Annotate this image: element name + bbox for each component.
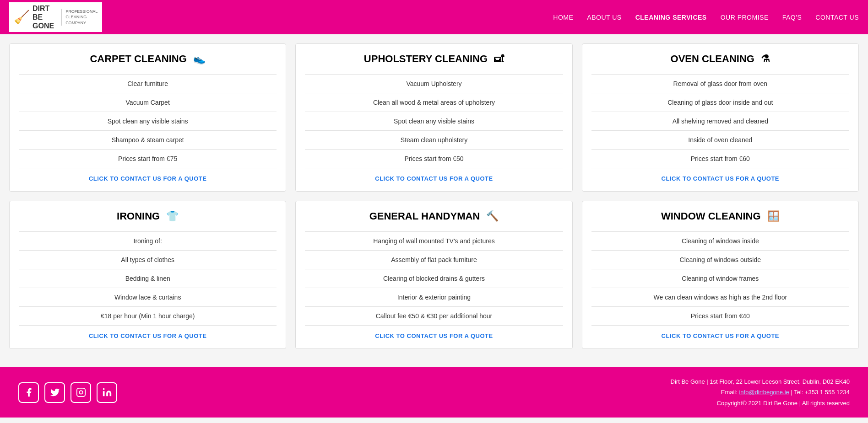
nav-contact-us[interactable]: CONTACT US bbox=[815, 14, 859, 21]
list-item: Cleaning of glass door inside and out bbox=[591, 93, 849, 112]
card-ironing: IRONING 👕 Ironing of: All types of cloth… bbox=[9, 201, 286, 349]
general-handyman-items: Hanging of wall mounted TV's and picture… bbox=[305, 231, 563, 326]
oven-icon: ⚗ bbox=[761, 53, 770, 64]
nav-our-promise[interactable]: OUR PROMISE bbox=[721, 14, 769, 21]
footer: Dirt Be Gone | 1st Floor, 22 Lower Leeso… bbox=[0, 367, 868, 418]
list-item: Cleaning of window frames bbox=[591, 269, 849, 288]
list-item: Callout fee €50 & €30 per additional hou… bbox=[305, 307, 563, 326]
card-oven-cleaning: OVEN CLEANING ⚗ Removal of glass door fr… bbox=[582, 43, 859, 192]
list-item: €18 per hour (Min 1 hour charge) bbox=[19, 307, 277, 326]
instagram-icon[interactable] bbox=[71, 382, 91, 403]
footer-email[interactable]: info@dirtbegone.ie bbox=[739, 389, 789, 396]
social-links bbox=[18, 382, 117, 403]
list-item: Removal of glass door from oven bbox=[591, 74, 849, 93]
window-icon: 🪟 bbox=[767, 210, 780, 222]
ironing-items: Ironing of: All types of clothes Bedding… bbox=[19, 231, 277, 326]
logo-text-line2: BE bbox=[33, 13, 43, 21]
handyman-icon: 🔨 bbox=[486, 210, 499, 222]
list-item: Spot clean any visible stains bbox=[305, 112, 563, 131]
upholstery-cleaning-cta[interactable]: CLICK TO CONTACT US FOR A QUOTE bbox=[305, 175, 563, 182]
list-item: Clean all wood & metal areas of upholste… bbox=[305, 93, 563, 112]
logo-text-line3: GONE bbox=[33, 21, 54, 30]
list-item: Inside of oven cleaned bbox=[591, 131, 849, 150]
carpet-icon: 👟 bbox=[193, 53, 206, 64]
ironing-icon: 👕 bbox=[166, 210, 179, 222]
header: 🧹 DIRT BE GONE PROFESSIONAL CLEANING COM… bbox=[0, 0, 868, 34]
logo-subtitle-line1: PROFESSIONAL bbox=[65, 9, 98, 15]
list-item: Bedding & linen bbox=[19, 269, 277, 288]
list-item: Prices start from €50 bbox=[305, 150, 563, 168]
window-cleaning-items: Cleaning of windows inside Cleaning of w… bbox=[591, 231, 849, 326]
card-window-cleaning: WINDOW CLEANING 🪟 Cleaning of windows in… bbox=[582, 201, 859, 349]
upholstery-cleaning-title: UPHOLSTERY CLEANING 🛋 bbox=[305, 53, 563, 67]
list-item: Window lace & curtains bbox=[19, 288, 277, 307]
logo-subtitle-line3: COMPANY bbox=[65, 20, 98, 26]
list-item: Prices start from €60 bbox=[591, 150, 849, 168]
footer-phone-number: Tel: +353 1 555 1234 bbox=[794, 389, 850, 396]
linkedin-icon[interactable] bbox=[97, 382, 117, 403]
general-handyman-cta[interactable]: CLICK TO CONTACT US FOR A QUOTE bbox=[305, 332, 563, 339]
list-item: Ironing of: bbox=[19, 231, 277, 251]
list-item: Interior & exterior painting bbox=[305, 288, 563, 307]
services-grid: CARPET CLEANING 👟 Clear furniture Vacuum… bbox=[9, 43, 859, 349]
nav-about-us[interactable]: ABOUT US bbox=[587, 14, 621, 21]
list-item: Cleaning of windows outside bbox=[591, 251, 849, 269]
window-cleaning-title: WINDOW CLEANING 🪟 bbox=[591, 210, 849, 225]
list-item: Hanging of wall mounted TV's and picture… bbox=[305, 231, 563, 251]
nav-home[interactable]: HOME bbox=[553, 14, 573, 21]
main-nav: HOME ABOUT US CLEANING SERVICES OUR PROM… bbox=[553, 14, 859, 21]
window-cleaning-cta[interactable]: CLICK TO CONTACT US FOR A QUOTE bbox=[591, 332, 849, 339]
logo-figure-icon: 🧹 bbox=[14, 10, 30, 25]
general-handyman-title: GENERAL HANDYMAN 🔨 bbox=[305, 210, 563, 225]
logo: 🧹 DIRT BE GONE PROFESSIONAL CLEANING COM… bbox=[9, 2, 102, 32]
main-content: CARPET CLEANING 👟 Clear furniture Vacuum… bbox=[0, 34, 868, 358]
list-item: All shelving removed and cleaned bbox=[591, 112, 849, 131]
logo-subtitle-line2: CLEANING bbox=[65, 14, 98, 20]
list-item: We can clean windows as high as the 2nd … bbox=[591, 288, 849, 307]
list-item: Vacuum Carpet bbox=[19, 93, 277, 112]
list-item: Assembly of flat pack furniture bbox=[305, 251, 563, 269]
list-item: Spot clean any visible stains bbox=[19, 112, 277, 131]
oven-cleaning-cta[interactable]: CLICK TO CONTACT US FOR A QUOTE bbox=[591, 175, 849, 182]
ironing-title: IRONING 👕 bbox=[19, 210, 277, 225]
carpet-cleaning-cta[interactable]: CLICK TO CONTACT US FOR A QUOTE bbox=[19, 175, 277, 182]
list-item: Prices start from €40 bbox=[591, 307, 849, 326]
list-item: Clear furniture bbox=[19, 74, 277, 93]
list-item: Cleaning of windows inside bbox=[591, 231, 849, 251]
list-item: Prices start from €75 bbox=[19, 150, 277, 168]
footer-info: Dirt Be Gone | 1st Floor, 22 Lower Leeso… bbox=[671, 376, 850, 408]
oven-cleaning-items: Removal of glass door from oven Cleaning… bbox=[591, 74, 849, 168]
nav-cleaning-services[interactable]: CLEANING SERVICES bbox=[635, 14, 707, 21]
svg-rect-2 bbox=[103, 391, 104, 396]
facebook-icon[interactable] bbox=[18, 382, 39, 403]
carpet-cleaning-items: Clear furniture Vacuum Carpet Spot clean… bbox=[19, 74, 277, 168]
card-upholstery-cleaning: UPHOLSTERY CLEANING 🛋 Vacuum Upholstery … bbox=[295, 43, 572, 192]
list-item: Vacuum Upholstery bbox=[305, 74, 563, 93]
ironing-cta[interactable]: CLICK TO CONTACT US FOR A QUOTE bbox=[19, 332, 277, 339]
footer-contact: Email: info@dirtbegone.ie | Tel: +353 1 … bbox=[671, 387, 850, 397]
list-item: Shampoo & steam carpet bbox=[19, 131, 277, 150]
oven-cleaning-title: OVEN CLEANING ⚗ bbox=[591, 53, 849, 67]
list-item: Clearing of blocked drains & gutters bbox=[305, 269, 563, 288]
upholstery-cleaning-items: Vacuum Upholstery Clean all wood & metal… bbox=[305, 74, 563, 168]
footer-copyright: Copyright© 2021 Dirt Be Gone | All right… bbox=[671, 398, 850, 408]
svg-rect-0 bbox=[76, 388, 85, 396]
list-item: Steam clean upholstery bbox=[305, 131, 563, 150]
footer-email-label: Email: bbox=[721, 389, 739, 396]
nav-faqs[interactable]: FAQ'S bbox=[782, 14, 802, 21]
card-general-handyman: GENERAL HANDYMAN 🔨 Hanging of wall mount… bbox=[295, 201, 572, 349]
upholstery-icon: 🛋 bbox=[494, 53, 504, 64]
twitter-icon[interactable] bbox=[44, 382, 65, 403]
card-carpet-cleaning: CARPET CLEANING 👟 Clear furniture Vacuum… bbox=[9, 43, 286, 192]
svg-point-3 bbox=[103, 388, 104, 390]
footer-company-info: Dirt Be Gone | 1st Floor, 22 Lower Leeso… bbox=[671, 376, 850, 387]
list-item: All types of clothes bbox=[19, 251, 277, 269]
carpet-cleaning-title: CARPET CLEANING 👟 bbox=[19, 53, 277, 67]
logo-text-line1: DIRT bbox=[33, 4, 49, 13]
